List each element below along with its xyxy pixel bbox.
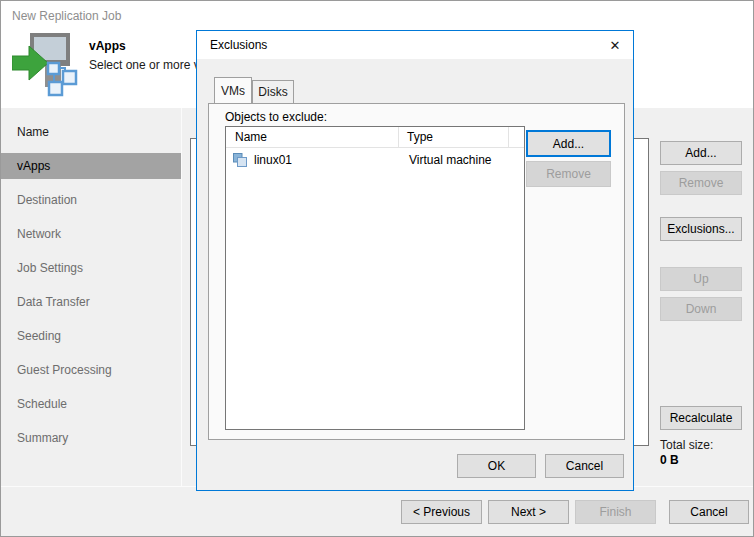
add-button[interactable]: Add... [660, 141, 742, 165]
vapps-replication-icon [12, 32, 80, 98]
close-icon[interactable]: ✕ [603, 35, 627, 56]
dialog-cancel-button[interactable]: Cancel [545, 454, 624, 478]
vms-tab-panel: Objects to exclude: Name Type linux01 Vi… [208, 103, 625, 440]
row-name: linux01 [254, 153, 292, 167]
sidebar-item-summary[interactable]: Summary [1, 421, 181, 455]
column-header-type[interactable]: Type [399, 127, 509, 147]
dialog-remove-button: Remove [526, 161, 611, 187]
recalculate-button[interactable]: Recalculate [660, 406, 742, 430]
sidebar-item-vapps[interactable]: vApps [1, 149, 181, 183]
exclusions-table[interactable]: Name Type linux01 Virtual machine [225, 126, 525, 430]
sidebar-item-schedule[interactable]: Schedule [1, 387, 181, 421]
sidebar-item-seeding[interactable]: Seeding [1, 319, 181, 353]
next-button[interactable]: Next > [488, 500, 569, 524]
step-title: vApps [89, 39, 126, 53]
exclusions-dialog-title: Exclusions [210, 38, 267, 52]
sidebar-item-name[interactable]: Name [1, 115, 181, 149]
new-replication-job-window: New Replication Job vApps Select one or … [0, 0, 754, 537]
wizard-steps-sidebar: Name vApps Destination Network Job Setti… [1, 108, 182, 486]
exclusions-dialog: Exclusions ✕ VMs Disks Objects to exclud… [196, 30, 634, 491]
sidebar-item-job-settings[interactable]: Job Settings [1, 251, 181, 285]
sidebar-item-destination[interactable]: Destination [1, 183, 181, 217]
remove-button: Remove [660, 171, 742, 195]
column-header-name[interactable]: Name [226, 127, 399, 147]
window-title: New Replication Job [12, 9, 121, 23]
ok-button[interactable]: OK [457, 454, 536, 478]
up-button: Up [660, 267, 742, 291]
previous-button[interactable]: < Previous [401, 500, 482, 524]
table-row[interactable]: linux01 Virtual machine [226, 148, 524, 171]
sidebar-item-guest-processing[interactable]: Guest Processing [1, 353, 181, 387]
down-button: Down [660, 297, 742, 321]
exclusions-button[interactable]: Exclusions... [660, 217, 742, 241]
finish-button: Finish [575, 500, 656, 524]
sidebar-item-data-transfer[interactable]: Data Transfer [1, 285, 181, 319]
dialog-add-button[interactable]: Add... [526, 130, 611, 157]
window-titlebar: New Replication Job [1, 1, 753, 31]
wizard-cancel-button[interactable]: Cancel [669, 500, 749, 524]
objects-to-exclude-label: Objects to exclude: [225, 110, 327, 124]
tab-vms[interactable]: VMs [214, 77, 252, 103]
tab-disks[interactable]: Disks [252, 80, 294, 103]
exclusions-dialog-titlebar: Exclusions ✕ [197, 31, 633, 59]
vm-icon [232, 152, 248, 168]
table-header: Name Type [226, 127, 524, 148]
row-type: Virtual machine [400, 153, 510, 167]
total-size-value: 0 B [660, 453, 679, 467]
sidebar-item-network[interactable]: Network [1, 217, 181, 251]
total-size-label: Total size: [660, 438, 713, 452]
